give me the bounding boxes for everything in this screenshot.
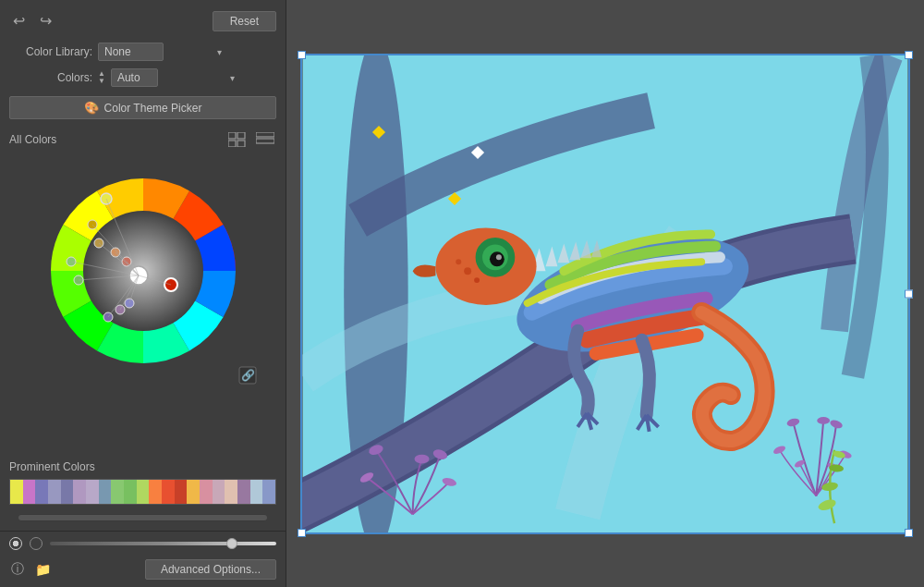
redo-button[interactable]: ↪ — [36, 12, 55, 31]
handle-top-left[interactable] — [298, 51, 306, 59]
svg-point-56 — [474, 277, 480, 283]
svg-point-55 — [456, 259, 461, 264]
svg-rect-2 — [228, 141, 236, 147]
color-swatch[interactable] — [111, 480, 124, 504]
color-theme-picker-label: Color Theme Picker — [104, 102, 202, 115]
color-library-select-wrapper: None Custom Pantone CMYK — [98, 43, 227, 61]
color-wheel-container[interactable]: 🔗 — [29, 156, 258, 385]
grid-icon — [228, 132, 247, 147]
slider-track[interactable] — [50, 542, 276, 545]
color-swatch[interactable] — [187, 480, 200, 504]
scroll-thumb — [18, 515, 267, 520]
all-colors-title: All Colors — [9, 133, 56, 146]
color-swatch[interactable] — [149, 480, 162, 504]
view-icons — [226, 130, 276, 149]
scroll-area-wrapper — [0, 508, 286, 527]
bottom-bar — [0, 531, 286, 556]
advanced-options-button[interactable]: Advanced Options... — [145, 559, 276, 580]
list-view-button[interactable] — [254, 130, 276, 149]
undo-button[interactable]: ↩ — [9, 12, 29, 31]
color-swatch[interactable] — [162, 480, 175, 504]
color-swatch[interactable] — [61, 480, 74, 504]
colors-row: Colors: ▲▼ Auto 2 3 4 5 6 — [0, 65, 286, 91]
svg-point-36 — [415, 454, 430, 463]
folder-button[interactable]: 📁 — [33, 560, 53, 579]
colors-select-wrapper: Auto 2 3 4 5 6 — [111, 68, 240, 87]
color-library-label: Color Library: — [9, 45, 92, 58]
prominent-section: Prominent Colors — [0, 455, 286, 508]
colors-spinner-arrows[interactable]: ▲▼ — [98, 70, 105, 85]
svg-rect-3 — [237, 141, 245, 147]
color-swatch[interactable] — [10, 480, 23, 504]
color-swatch[interactable] — [86, 480, 99, 504]
color-swatch[interactable] — [23, 480, 36, 504]
color-swatch[interactable] — [175, 480, 188, 504]
list-icon — [256, 132, 274, 147]
color-theme-picker-button[interactable]: 🎨 Color Theme Picker — [9, 96, 276, 119]
right-panel — [286, 0, 924, 587]
colors-select[interactable]: Auto 2 3 4 5 6 — [111, 68, 158, 87]
color-library-select[interactable]: None Custom Pantone CMYK — [98, 43, 164, 61]
illustration-svg — [302, 55, 908, 532]
svg-rect-0 — [228, 132, 236, 139]
handle-bottom-left[interactable] — [298, 529, 306, 537]
color-swatch[interactable] — [225, 480, 237, 504]
color-swatch[interactable] — [35, 480, 48, 504]
scroll-bar[interactable] — [18, 514, 267, 521]
radio-button-1[interactable] — [9, 537, 22, 550]
color-swatch[interactable] — [200, 480, 213, 504]
info-button[interactable]: ⓘ — [9, 559, 26, 580]
svg-point-41 — [817, 416, 830, 423]
canvas-area[interactable] — [300, 54, 910, 534]
color-swatch[interactable] — [250, 480, 263, 504]
color-swatch[interactable] — [48, 480, 61, 504]
svg-text:🔗: 🔗 — [240, 368, 254, 382]
svg-rect-1 — [237, 132, 245, 139]
color-swatch[interactable] — [213, 480, 225, 504]
svg-rect-4 — [256, 132, 274, 137]
svg-point-54 — [464, 267, 471, 275]
slider-thumb — [226, 538, 237, 549]
color-theme-icon: 🎨 — [84, 101, 99, 115]
slider-row — [50, 542, 276, 545]
grid-view-button[interactable] — [226, 130, 249, 149]
footer-row: ⓘ 📁 Advanced Options... — [0, 556, 286, 587]
color-swatch[interactable] — [262, 480, 275, 504]
color-swatch[interactable] — [124, 480, 137, 504]
color-wheel-section: All Colors — [0, 127, 286, 455]
toolbar-row: ↩ ↪ Reset — [0, 7, 286, 39]
section-header: All Colors — [9, 130, 276, 149]
colors-label: Colors: — [9, 71, 92, 84]
color-strip — [9, 479, 276, 505]
left-panel: ↩ ↪ Reset Color Library: None Custom Pan… — [0, 0, 286, 587]
radio-button-2[interactable] — [30, 537, 43, 550]
svg-rect-5 — [256, 139, 274, 143]
color-swatch[interactable] — [73, 480, 86, 504]
handle-top-right[interactable] — [905, 51, 913, 59]
color-swatch[interactable] — [237, 480, 250, 504]
reset-button[interactable]: Reset — [213, 11, 276, 31]
prominent-label: Prominent Colors — [9, 460, 276, 473]
handle-bottom-right[interactable] — [905, 529, 913, 537]
color-swatch[interactable] — [99, 480, 112, 504]
color-swatch[interactable] — [137, 480, 150, 504]
color-library-row: Color Library: None Custom Pantone CMYK — [0, 39, 286, 65]
svg-point-52 — [496, 254, 502, 260]
handle-middle-right[interactable] — [905, 289, 913, 298]
color-wheel-svg: 🔗 — [29, 156, 258, 385]
